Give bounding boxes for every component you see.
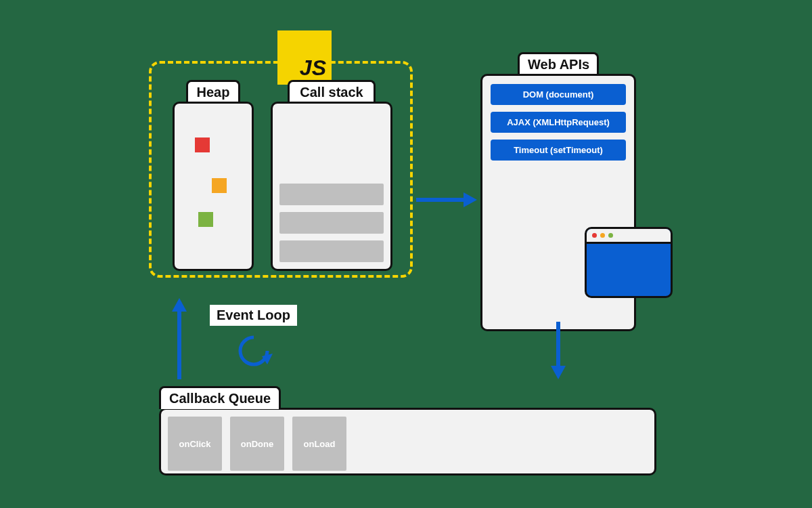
- arrow-webapis-to-queue: [548, 322, 568, 379]
- api-ajax: AJAX (XMLHttpRequest): [491, 112, 626, 133]
- call-stack-panel: [271, 102, 392, 271]
- svg-marker-1: [464, 192, 477, 207]
- callback-onload: onLoad: [292, 417, 346, 471]
- callback-queue-panel: onClick onDone onLoad: [159, 408, 656, 475]
- event-loop-label: Event Loop: [210, 305, 297, 326]
- call-stack-label: Call stack: [288, 80, 376, 103]
- traffic-light-minimize-icon: [600, 233, 605, 238]
- event-loop-icon: [233, 331, 274, 371]
- web-apis-label: Web APIs: [518, 52, 599, 75]
- heap-panel: [173, 102, 254, 271]
- traffic-light-zoom-icon: [608, 233, 613, 238]
- api-dom: DOM (document): [491, 84, 626, 105]
- svg-marker-3: [551, 366, 566, 379]
- heap-obj-orange: [212, 178, 227, 193]
- browser-window-icon: [585, 227, 673, 298]
- js-runtime-diagram: JS Heap Call stack Web APIs DOM (documen…: [0, 0, 812, 508]
- traffic-light-close-icon: [592, 233, 597, 238]
- heap-obj-green: [198, 212, 213, 227]
- api-timeout: Timeout (setTimeout): [491, 140, 626, 161]
- stack-frame: [279, 240, 384, 262]
- call-stack-section: Call stack: [271, 80, 392, 271]
- stack-frame: [279, 184, 384, 205]
- stack-frame: [279, 212, 384, 234]
- callback-ondone: onDone: [230, 417, 284, 471]
- callback-queue-section: Callback Queue onClick onDone onLoad: [159, 386, 656, 475]
- callback-onclick: onClick: [168, 417, 222, 471]
- browser-titlebar: [587, 229, 671, 244]
- arrow-queue-to-stack: [169, 298, 189, 379]
- heap-label: Heap: [186, 80, 240, 103]
- svg-marker-6: [172, 298, 187, 312]
- heap-obj-red: [195, 137, 210, 152]
- callback-queue-label: Callback Queue: [159, 386, 281, 409]
- js-logo-text: JS: [300, 56, 326, 81]
- heap-section: Heap: [173, 80, 254, 271]
- js-logo: JS: [277, 30, 332, 85]
- arrow-stack-to-webapis: [416, 190, 477, 210]
